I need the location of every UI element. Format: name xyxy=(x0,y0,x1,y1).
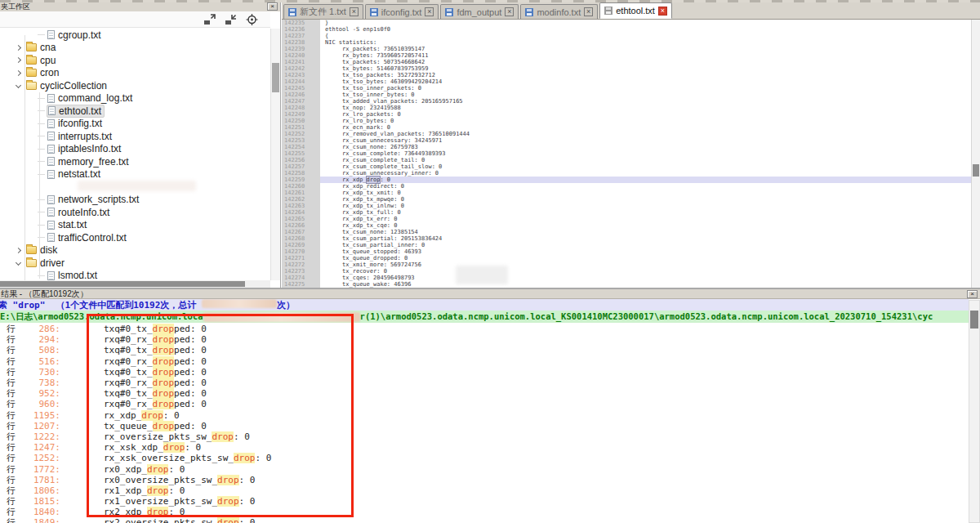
editor-line[interactable]: 142240 rx_bytes: 735960572057411 xyxy=(282,52,971,59)
tree-item-cron[interactable]: cron xyxy=(0,67,270,80)
workspace-vscrollbar[interactable] xyxy=(270,29,280,280)
chevron-right-icon[interactable] xyxy=(16,248,21,253)
editor-line[interactable]: 142267 tx_csum_none: 12385154 xyxy=(282,229,971,235)
tree-item-stat.txt[interactable]: stat.txt xyxy=(0,219,270,232)
editor-line[interactable]: 142268 tx_csum_partial: 205153836424 xyxy=(282,235,971,242)
tree-item-body[interactable]: iptablesInfo.txt xyxy=(47,143,123,154)
chevron-right-icon[interactable] xyxy=(16,57,21,63)
editor-vscrollbar[interactable] xyxy=(971,20,980,288)
editor-line[interactable]: 142265 rx_xdp_tx_err: 0 xyxy=(282,216,971,222)
tree-item-body[interactable]: stat.txt xyxy=(47,219,89,230)
editor-line[interactable]: 142242 tx_bytes: 514607839753959 xyxy=(282,65,971,72)
results-close-button[interactable]: × xyxy=(967,290,978,298)
editor-line[interactable]: 142245 tx_tso_inner_packets: 0 xyxy=(282,85,971,92)
editor-line[interactable]: 142249 rx_lro_packets: 0 xyxy=(282,111,971,118)
locate-file-icon[interactable] xyxy=(246,14,259,25)
editor-line[interactable]: 142261 rx_xdp_tx_xmit: 0 xyxy=(282,190,971,196)
tab-modinfo.txt[interactable]: modinfo.txt× xyxy=(520,4,598,19)
editor-line[interactable]: 142254 rx_csum_none: 26759783 xyxy=(282,144,971,150)
tree-item-command_log.txt[interactable]: command_log.txt xyxy=(0,92,270,105)
workspace-hscrollbar[interactable] xyxy=(0,280,270,288)
chevron-down-icon[interactable] xyxy=(16,260,21,266)
tree-item-body[interactable]: command_log.txt xyxy=(47,92,135,104)
editor-line[interactable]: 142269 tx_csum_partial_inner: 0 xyxy=(282,242,971,248)
tree-item-body[interactable]: cna xyxy=(25,42,58,53)
tree-item-disk[interactable]: disk xyxy=(0,244,270,257)
tab-ethtool.txt[interactable]: ethtool.txt× xyxy=(599,2,672,19)
tree-item-body[interactable]: netstat.txt xyxy=(47,168,103,180)
tab--1.txt[interactable]: 新文件 1.txt× xyxy=(283,4,363,19)
tree-item-cna[interactable]: cna xyxy=(0,42,270,55)
editor-line[interactable]: 142243 tx_tso_packets: 35272932712 xyxy=(282,72,971,78)
editor-line[interactable]: 142259 rx_xdp_drop: 0 xyxy=(282,177,971,183)
editor-line[interactable]: 142271 tx_queue_dropped: 0 xyxy=(282,255,971,262)
editor-line[interactable]: 142263 rx_xdp_tx_inlnw: 0 xyxy=(282,203,971,209)
tree-item-body[interactable]: routeInfo.txt xyxy=(47,207,112,218)
tab-fdm_output[interactable]: fdm_output× xyxy=(440,4,519,19)
text-editor[interactable]: 142235}142236ethtool -S enp1s0f0142237{1… xyxy=(282,20,971,288)
tree-item-body[interactable]: driver xyxy=(25,257,67,269)
editor-line[interactable]: 142252 rx_removed_vlan_packets: 73651009… xyxy=(282,131,971,137)
tree-item-body[interactable]: cpu xyxy=(25,55,58,66)
collapse-all-icon[interactable] xyxy=(225,14,238,25)
editor-line[interactable]: 142266 rx_xdp_tx_cqe: 0 xyxy=(282,222,971,229)
editor-line[interactable]: 142247 tx_added_vlan_packets: 2051659571… xyxy=(282,98,971,105)
editor-line[interactable]: 142251 rx_ecn_mark: 0 xyxy=(282,124,971,131)
workspace-hscrollbar-thumb[interactable] xyxy=(0,281,245,287)
tree-item-body[interactable]: ifconfig.txt xyxy=(47,118,105,129)
editor-line[interactable]: 142256 rx_csum_complete_tail: 0 xyxy=(282,157,971,163)
editor-line[interactable]: 142238NIC statistics: xyxy=(282,39,971,46)
tree-item-ethtool.txt[interactable]: ethtool.txt xyxy=(0,105,270,118)
tree-item-body[interactable]: disk xyxy=(25,244,60,256)
editor-line[interactable]: 142264 rx_xdp_tx_full: 0 xyxy=(282,209,971,216)
editor-line[interactable]: 142274 tx_cqes: 204596498793 xyxy=(282,275,971,281)
results-vscrollbar[interactable] xyxy=(969,300,980,523)
tree-item-ifconfig.txt[interactable]: ifconfig.txt xyxy=(0,118,270,131)
tree-item-lsmod.txt[interactable]: lsmod.txt xyxy=(0,270,270,281)
tree-item-body[interactable]: memory_free.txt xyxy=(47,156,131,168)
tree-item-interrupts.txt[interactable]: interrupts.txt xyxy=(0,130,270,143)
editor-line[interactable]: 142257 rx_csum_complete_tail_slow: 0 xyxy=(282,163,971,170)
tab-close-icon[interactable]: × xyxy=(658,7,667,16)
tree-item-cyclicCollection[interactable]: cyclicCollection xyxy=(0,79,270,92)
chevron-down-icon[interactable] xyxy=(16,83,21,88)
editor-line[interactable]: 142275 tx_queue_wake: 46396 xyxy=(282,281,971,288)
tree-item-routeInfo.txt[interactable]: routeInfo.txt xyxy=(0,206,270,219)
editor-vscrollbar-thumb[interactable] xyxy=(973,164,979,177)
tree-item-body[interactable]: cgroup.txt xyxy=(47,29,104,41)
editor-line[interactable]: 142262 rx_xdp_tx_mpwqe: 0 xyxy=(282,196,971,203)
tree-item-body[interactable]: trafficControl.txt xyxy=(47,232,129,244)
tree-item-selected[interactable]: ethtool.txt xyxy=(47,105,105,118)
editor-line[interactable]: 142246 tx_tso_inner_bytes: 0 xyxy=(282,92,971,98)
results-vscrollbar-thumb[interactable] xyxy=(970,311,978,329)
editor-line[interactable]: 142270 tx_queue_stopped: 46393 xyxy=(282,248,971,255)
tree-item-memory_free.txt[interactable]: memory_free.txt xyxy=(0,155,270,168)
editor-line[interactable]: 142255 rx_csum_complete: 736449389393 xyxy=(282,150,971,157)
chevron-right-icon[interactable] xyxy=(16,45,21,51)
editor-line[interactable]: 142272 tx_xmit_more: 569724756 xyxy=(282,262,971,268)
result-row[interactable]: 行1849:rx2_oversize_pkts_sw_drop: 0 xyxy=(0,517,969,523)
tree-item-cgroup.txt[interactable]: cgroup.txt xyxy=(0,29,270,42)
tab-close-icon[interactable]: × xyxy=(505,7,514,16)
editor-line[interactable]: 142239 rx_packets: 736510395147 xyxy=(282,46,971,52)
editor-line[interactable]: 142273 tx_recover: 0 xyxy=(282,268,971,275)
tree-item-body[interactable]: network_scripts.txt xyxy=(47,194,141,205)
editor-line[interactable]: 142258 rx_csum_unnecessary_inner: 0 xyxy=(282,170,971,177)
tab-close-icon[interactable]: × xyxy=(425,7,434,16)
tab-close-icon[interactable]: × xyxy=(584,7,593,16)
chevron-right-icon[interactable] xyxy=(16,70,21,76)
editor-line[interactable]: 142244 tx_tso_bytes: 463099429204214 xyxy=(282,78,971,85)
editor-line[interactable]: 142236ethtool -S enp1s0f0 xyxy=(282,26,971,33)
tree-item-netstat.txt[interactable]: netstat.txt xyxy=(0,168,270,181)
editor-line[interactable]: 142253 rx_csum_unnecessary: 34245971 xyxy=(282,137,971,144)
tree-item-body[interactable]: interrupts.txt xyxy=(47,131,114,142)
tree-item-cpu[interactable]: cpu xyxy=(0,54,270,67)
tree-item-trafficControl.txt[interactable]: trafficControl.txt xyxy=(0,231,270,244)
expand-all-icon[interactable] xyxy=(203,14,216,25)
editor-line[interactable]: 142241 tx_packets: 507354668642 xyxy=(282,59,971,65)
editor-line[interactable]: 142250 rx_lro_bytes: 0 xyxy=(282,118,971,124)
editor-line[interactable]: 142260 rx_xdp_redirect: 0 xyxy=(282,183,971,190)
tree-item-network_scripts.txt[interactable]: network_scripts.txt xyxy=(0,194,270,207)
editor-line[interactable]: 142235} xyxy=(282,20,971,26)
tab-close-icon[interactable]: × xyxy=(350,7,359,16)
